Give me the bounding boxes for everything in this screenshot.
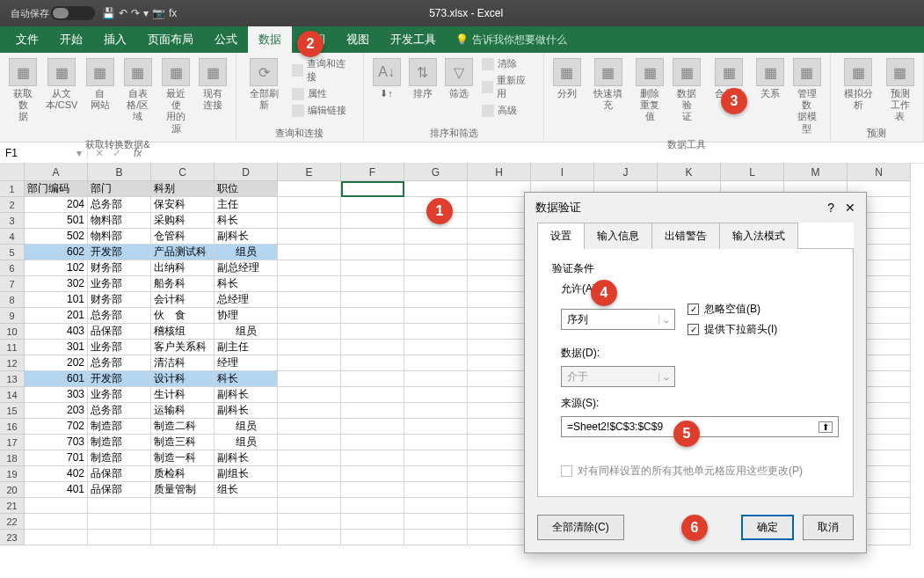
data-cell[interactable]: 生计科 [151,387,215,403]
table-header[interactable]: 科别 [151,181,215,197]
empty-cell[interactable] [404,324,468,340]
empty-cell[interactable] [341,229,404,245]
data-cell[interactable]: 物料部 [88,229,151,245]
row-header[interactable]: 13 [0,371,25,387]
data-cell[interactable]: 副科长 [215,229,278,245]
col-header[interactable]: C [151,164,215,181]
data-cell[interactable]: 总务部 [88,355,151,371]
empty-cell[interactable] [404,340,468,355]
data-cell[interactable]: 302 [25,276,88,292]
empty-cell[interactable] [404,466,468,482]
data-cell[interactable]: 101 [25,292,88,308]
col-header[interactable]: N [848,164,911,181]
row-header[interactable]: 3 [0,213,25,229]
empty-cell[interactable] [278,340,341,355]
empty-cell[interactable] [88,530,151,545]
reapply-button[interactable]: 重新应用 [478,73,538,101]
dialog-tab-error[interactable]: 出错警告 [651,223,720,249]
apply-all-checkbox[interactable]: 对有同样设置的所有其他单元格应用这些更改(P) [561,464,839,479]
empty-cell[interactable] [468,181,531,197]
empty-cell[interactable] [278,387,341,403]
empty-cell[interactable] [278,450,341,466]
row-header[interactable]: 6 [0,260,25,276]
empty-cell[interactable] [468,466,531,482]
data-cell[interactable]: 出纳科 [151,260,215,276]
row-header[interactable]: 20 [0,482,25,498]
empty-cell[interactable] [278,530,341,545]
empty-cell[interactable] [404,450,468,466]
empty-cell[interactable] [278,292,341,308]
row-header[interactable]: 17 [0,435,25,450]
empty-cell[interactable] [341,276,404,292]
col-header[interactable]: G [404,164,468,181]
data-cell[interactable]: 制造部 [88,450,151,466]
empty-cell[interactable] [215,514,278,530]
row-header[interactable]: 18 [0,450,25,466]
filter-button[interactable]: ▽筛选 [442,56,477,125]
empty-cell[interactable] [278,482,341,498]
empty-cell[interactable] [404,482,468,498]
empty-cell[interactable] [404,260,468,276]
data-cell[interactable]: 业务部 [88,276,151,292]
data-cell[interactable]: 703 [25,435,88,450]
select-all-corner[interactable] [0,164,25,181]
advanced-button[interactable]: 高级 [478,103,538,118]
data-cell[interactable]: 客户关系科 [151,340,215,355]
data-cell[interactable]: 204 [25,197,88,213]
empty-cell[interactable] [468,371,531,387]
empty-cell[interactable] [341,403,404,419]
ribbon-button[interactable]: ▦现有连接 [195,56,229,136]
col-header[interactable]: L [721,164,784,181]
empty-cell[interactable] [404,514,468,530]
empty-cell[interactable] [341,482,404,498]
row-header[interactable]: 15 [0,403,25,419]
col-header[interactable]: A [25,164,88,181]
data-cell[interactable]: 制造二科 [151,419,215,435]
empty-cell[interactable] [404,245,468,260]
ribbon-button[interactable]: ▦模拟分析 [836,56,881,125]
empty-cell[interactable] [278,355,341,371]
ribbon-button[interactable]: ▦获取数据 [5,56,40,136]
data-cell[interactable]: 质检科 [151,466,215,482]
data-cell[interactable]: 102 [25,260,88,276]
data-cell[interactable]: 开发部 [88,245,151,260]
empty-cell[interactable] [278,419,341,435]
dialog-tab-input[interactable]: 输入信息 [584,223,652,249]
empty-cell[interactable] [468,245,531,260]
data-cell[interactable]: 科长 [215,371,278,387]
empty-cell[interactable] [25,530,88,545]
data-cell[interactable]: 制造部 [88,419,151,435]
col-header[interactable]: D [215,164,278,181]
ignore-blank-checkbox[interactable]: ✓忽略空值(B) [688,302,777,317]
tab-dev[interactable]: 开发工具 [380,26,447,53]
help-icon[interactable]: ? [827,201,834,215]
empty-cell[interactable] [468,403,531,419]
fx-icon[interactable]: fx [134,147,142,159]
data-cell[interactable]: 制造三科 [151,435,215,450]
empty-cell[interactable] [278,498,341,514]
fx-icon[interactable]: fx [169,7,177,19]
empty-cell[interactable] [468,260,531,276]
allow-dropdown[interactable]: 序列 ⌵ [561,309,675,330]
data-cell[interactable]: 组员 [215,435,278,450]
data-cell[interactable]: 702 [25,419,88,435]
data-cell[interactable]: 伙 食 [151,308,215,324]
data-cell[interactable]: 701 [25,450,88,466]
data-cell[interactable]: 采购科 [151,213,215,229]
row-header[interactable]: 12 [0,355,25,371]
empty-cell[interactable] [404,530,468,545]
row-header[interactable]: 16 [0,419,25,435]
row-header[interactable]: 1 [0,181,25,197]
empty-cell[interactable] [341,419,404,435]
empty-cell[interactable] [341,466,404,482]
data-cell[interactable]: 协理 [215,308,278,324]
data-cell[interactable]: 总务部 [88,308,151,324]
name-box[interactable]: F1 ▾ [0,147,88,159]
empty-cell[interactable] [278,324,341,340]
empty-cell[interactable] [25,498,88,514]
data-cell[interactable]: 质量管制 [151,482,215,498]
data-cell[interactable]: 组员 [215,324,278,340]
data-cell[interactable]: 品保部 [88,482,151,498]
col-header[interactable]: J [594,164,658,181]
empty-cell[interactable] [278,435,341,450]
